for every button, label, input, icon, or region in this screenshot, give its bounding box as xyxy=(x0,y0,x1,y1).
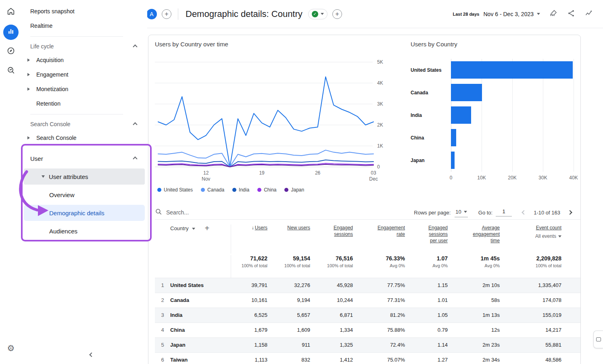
divider xyxy=(178,8,178,20)
sidebar-section-user[interactable]: User xyxy=(22,152,147,165)
bar[interactable] xyxy=(451,61,573,79)
sidebar-item-realtime[interactable]: Realtime xyxy=(22,19,147,33)
sidebar-item-reports-snapshot[interactable]: Reports snapshot xyxy=(22,4,147,19)
svg-text:Dec: Dec xyxy=(369,176,378,182)
sidebar-item-monetization[interactable]: Monetization xyxy=(22,82,147,96)
row-metric-value: 2m 34s xyxy=(448,353,500,364)
sidebar-item-demographic-details[interactable]: Demographic details xyxy=(24,205,145,221)
goto-page-input[interactable] xyxy=(496,208,512,216)
row-index: 5 xyxy=(155,338,170,352)
advertising-nav-button[interactable] xyxy=(3,63,19,79)
add-comparison-button[interactable]: + xyxy=(162,9,171,19)
explore-nav-button[interactable] xyxy=(3,44,19,59)
insights-button[interactable] xyxy=(584,10,593,19)
table-row[interactable]: 3India6,5255,6576,87181.2%1.051m 13s155,… xyxy=(155,308,581,322)
row-metric-value: 1.01 xyxy=(405,293,448,308)
sidebar-item-acquisition[interactable]: Acquisition xyxy=(22,53,147,67)
prev-page-button[interactable] xyxy=(519,208,529,217)
svg-text:Nov: Nov xyxy=(202,176,210,182)
total-engagement-rate: 76.33% xyxy=(353,255,405,262)
table-row[interactable]: 5Japan1,1589111,32572.4%1.142m 23s55,881 xyxy=(155,337,581,352)
table-row[interactable]: 2Canada10,1619,19410,24477.31%1.0158s174… xyxy=(155,293,581,308)
total-users: 71,622 xyxy=(231,255,267,262)
admin-settings-button[interactable]: ⚙ xyxy=(3,341,19,356)
divider xyxy=(30,36,123,37)
bar-category-label: China xyxy=(411,127,451,149)
bar[interactable] xyxy=(451,106,471,124)
goto-label: Go to: xyxy=(478,210,492,216)
column-header-average-engagement-time[interactable]: Average engagement time xyxy=(448,225,500,254)
customize-report-button[interactable] xyxy=(549,10,558,19)
bar[interactable] xyxy=(451,129,456,146)
bar[interactable] xyxy=(451,84,482,101)
rows-per-page-select[interactable]: 10 xyxy=(455,208,467,217)
chevron-up-icon xyxy=(133,156,137,161)
data-table: Country + ↓Users New users Engaged sessi… xyxy=(155,219,581,364)
add-metric-button[interactable]: + xyxy=(332,9,342,19)
table-row[interactable]: 1United States39,79132,27645,92877.75%1.… xyxy=(155,278,581,293)
column-header-engaged-sessions-per-user[interactable]: Engaged sessions per user xyxy=(405,225,448,254)
chevron-left-icon xyxy=(89,352,94,357)
bar-chart-panel: Users by Country United StatesCanadaIndi… xyxy=(411,41,576,182)
legend-dot xyxy=(201,188,205,192)
reports-nav-button[interactable] xyxy=(3,25,19,40)
home-nav-button[interactable] xyxy=(3,4,19,20)
row-metric-value: 1,412 xyxy=(310,353,353,364)
column-header-users[interactable]: ↓Users xyxy=(231,225,267,254)
line-chart-title: Users by Country over time xyxy=(155,41,391,48)
dimension-selector[interactable]: Country + xyxy=(170,225,231,254)
row-metric-value: 1.05 xyxy=(405,308,448,322)
total-average-engagement-time: 1m 45s xyxy=(448,255,500,262)
column-header-engaged-sessions[interactable]: Engaged sessions xyxy=(310,225,353,254)
row-metric-value: 0.79 xyxy=(405,323,448,337)
legend-item[interactable]: Japan xyxy=(284,187,304,193)
total-new-users: 59,154 xyxy=(267,255,310,262)
row-metric-value: 2m 10s xyxy=(448,278,500,293)
legend-item[interactable]: India xyxy=(232,187,249,193)
search-input[interactable] xyxy=(166,209,255,216)
row-metric-value: 1.15 xyxy=(405,278,448,293)
table-row[interactable]: 6Taiwan1,1138321,41275.07%1.272m 34s48,5… xyxy=(155,352,581,364)
sidebar-item-search-console[interactable]: Search Console xyxy=(22,131,147,145)
feedback-button[interactable] xyxy=(593,331,603,348)
svg-text:4K: 4K xyxy=(377,80,383,86)
row-metric-value: 2m 23s xyxy=(448,338,500,352)
x-tick-label: 20K xyxy=(508,175,516,181)
line-chart-panel: Users by Country over time 01K2K3K4K5K12… xyxy=(155,41,391,193)
row-metric-value: 77.75% xyxy=(353,278,405,293)
sidebar-item-engagement[interactable]: Engagement xyxy=(22,67,147,82)
legend-item[interactable]: United States xyxy=(157,187,193,193)
sidebar-item-retention[interactable]: Retention xyxy=(22,96,147,111)
row-metric-value: 5,657 xyxy=(267,308,310,322)
column-header-event-count[interactable]: Event count All events xyxy=(500,225,561,254)
sidebar-section-search-console[interactable]: Search Console xyxy=(22,118,147,131)
sidebar-item-label: Demographic details xyxy=(49,210,104,216)
sidebar-section-life-cycle[interactable]: Life cycle xyxy=(22,40,147,53)
ga4-demographic-details-screen: ⚙ Reports snapshot Realtime Life cycle A… xyxy=(0,0,603,364)
table-row[interactable]: 4China1,6791,6091,33475.88%0.7912s14,217 xyxy=(155,322,581,337)
add-dimension-button[interactable]: + xyxy=(205,225,210,231)
share-report-button[interactable] xyxy=(567,10,576,19)
row-metric-value: 81.2% xyxy=(353,308,405,322)
svg-text:19: 19 xyxy=(259,170,265,176)
expand-right-icon xyxy=(27,58,30,62)
legend-item[interactable]: China xyxy=(257,187,276,193)
sidebar-item-overview[interactable]: Overview xyxy=(24,187,145,203)
collapse-sidebar-button[interactable] xyxy=(87,350,96,360)
row-metric-value: 9,194 xyxy=(267,293,310,308)
event-count-filter[interactable]: All events xyxy=(518,233,561,239)
row-metric-value: 1m 13s xyxy=(448,308,500,322)
legend-item[interactable]: Canada xyxy=(201,187,224,193)
date-range-picker[interactable]: Nov 6 - Dec 3, 2023 xyxy=(483,11,540,17)
bar[interactable] xyxy=(451,152,455,169)
next-page-button[interactable] xyxy=(565,208,575,217)
sidebar-group-user-attributes[interactable]: User attributes xyxy=(24,168,145,185)
chevron-down-icon xyxy=(321,13,324,15)
svg-text:2K: 2K xyxy=(377,122,383,128)
data-quality-badge[interactable]: ✓ xyxy=(308,9,328,19)
total-engaged-sessions-per-user: 1.07 xyxy=(405,255,448,262)
sidebar-item-audiences[interactable]: Audiences xyxy=(24,223,145,239)
avatar[interactable]: A xyxy=(146,9,157,19)
column-header-new-users[interactable]: New users xyxy=(267,225,310,254)
column-header-engagement-rate[interactable]: Engagement rate xyxy=(353,225,405,254)
